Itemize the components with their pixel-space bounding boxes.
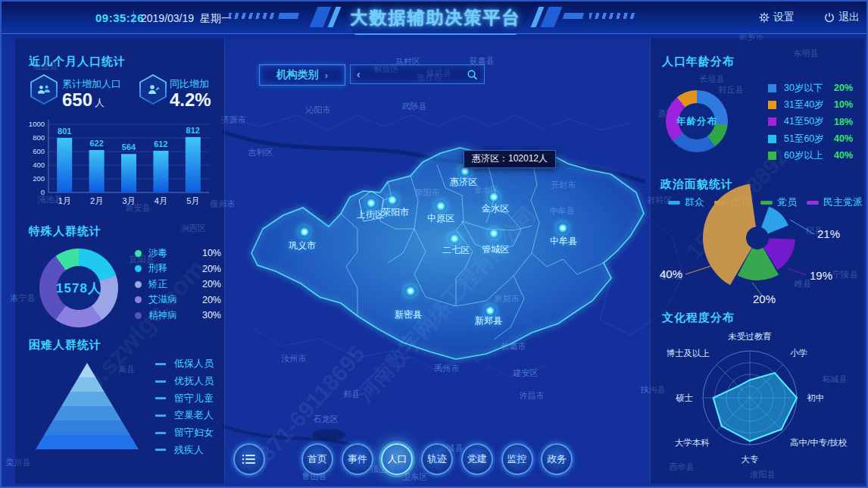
district-label[interactable]: 管城区 [482,243,509,256]
education-radar-chart[interactable]: 未受过教育小学初中高中/中专/技校大专大学本科硕士博士及以上 [665,327,847,486]
nav-item-首页[interactable]: 首页 [301,443,333,475]
district-label[interactable]: 上街区 [357,208,384,221]
legend-swatch [768,84,776,92]
legend-value: 20% [834,83,853,93]
bar-value-label: 801 [58,127,71,136]
special-donut-chart[interactable]: 1578人 [39,249,118,327]
nav-menu-button[interactable] [233,443,265,475]
legend-dash [155,363,166,365]
legend-item[interactable]: 41至50岁18% [768,114,860,130]
settings-button[interactable]: 设置 [759,11,795,24]
map-tooltip: 惠济区：102012人 [464,150,556,168]
nav-item-轨迹[interactable]: 轨迹 [421,443,453,475]
header-tickbar-right [563,13,584,19]
map-region-label: 长葛市 [501,341,526,352]
district-label[interactable]: 新密县 [395,308,422,321]
legend-item[interactable]: 矫正20% [135,277,221,292]
bar-1月[interactable] [57,138,72,192]
search-input[interactable] [365,68,462,81]
bar-3月[interactable] [121,154,136,192]
x-tick-label: 1月 [58,196,71,205]
legend-item[interactable]: 精神病30% [135,308,221,324]
district-label[interactable]: 中原区 [427,212,454,225]
radar-axis-label: 小学 [790,349,807,358]
district-dot[interactable] [366,198,377,209]
legend-item[interactable]: 艾滋病20% [135,292,221,308]
legend-item[interactable]: 31至40岁10% [768,96,860,113]
search-icon[interactable] [467,69,478,80]
radar-axis-label: 未受过教育 [728,332,772,341]
nav-item-党建[interactable]: 党建 [461,443,493,475]
map-region-label: 沁阳市 [306,105,331,116]
nav-item-事件[interactable]: 事件 [342,443,373,475]
legend-label: 艾滋病 [148,293,202,306]
legend-swatch [135,296,142,303]
panel-title-political-status: 政治面貌统计 [660,177,733,192]
exit-button[interactable]: 退出 [824,11,860,24]
category-dropdown[interactable]: 机构类别 › [259,64,345,86]
legend-item[interactable]: 60岁以上40% [768,147,860,164]
y-tick-label: 1000 [29,120,45,128]
rose-sector-群众[interactable] [761,207,788,234]
panel-title-age-distribution: 人口年龄分布 [662,55,735,69]
district-label[interactable]: 中牟县 [550,235,577,248]
legend-item[interactable]: 留守妇女 [155,424,214,442]
district-dot[interactable] [436,201,447,212]
district-dot[interactable] [557,223,569,234]
political-rose-chart[interactable]: 21%19%20%40% [657,192,863,308]
bar-5月[interactable] [186,137,201,192]
district-dot[interactable] [489,228,500,239]
legend-swatch [768,101,776,109]
legend-label: 精神病 [148,309,202,322]
district-dot[interactable] [489,192,500,203]
age-donut-chart[interactable]: 年龄分布 [666,90,728,152]
district-label[interactable]: 金水区 [482,202,509,215]
header-ticks-left [229,13,276,19]
nav-item-监控[interactable]: 监控 [501,443,533,475]
nav-item-政务[interactable]: 政务 [541,443,573,475]
exit-label: 退出 [838,11,860,24]
collapse-arrow-icon[interactable]: ‹ [357,68,361,80]
map-region-label: 禹州市 [435,363,460,374]
legend-value: 20% [202,295,221,305]
legend-item[interactable]: 刑释20% [135,261,221,277]
district-label[interactable]: 新郑县 [475,314,502,327]
district-label[interactable]: 惠济区 [450,176,477,189]
legend-label: 51至60岁 [784,133,834,145]
legend-item[interactable]: 优抚人员 [155,373,214,390]
district-label[interactable]: 巩义市 [289,239,316,252]
bar-2月[interactable] [89,150,105,192]
power-icon [824,12,835,23]
legend-item[interactable]: 低保人员 [155,355,214,373]
clock-date: 2019/03/19 [141,12,194,24]
legend-item[interactable]: 涉毒10% [135,246,221,261]
radar-axis-label: 初中 [807,393,824,402]
legend-label: 残疾人 [174,443,204,457]
panel-title-difficult-groups: 困难人群统计 [29,338,101,352]
y-tick-label: 600 [33,147,45,155]
legend-item[interactable]: 留守儿童 [155,389,214,407]
district-dot[interactable] [299,227,311,238]
district-dot[interactable] [405,286,417,297]
legend-item[interactable]: 残疾人 [155,441,214,458]
legend-label: 60岁以上 [784,149,834,162]
map-region-label: 荥阳市 [415,187,440,199]
stat-hex-inner [32,76,56,103]
district-label[interactable]: 二七区 [442,244,470,257]
legend-swatch [135,281,142,288]
rose-pct-label: 19% [810,269,832,282]
district-label[interactable]: 荥阳市 [382,206,409,219]
legend-item[interactable]: 空巢老人 [155,407,214,424]
monthly-bar-chart[interactable]: 020040060080010008011月6222月5643月6124月812… [23,112,221,212]
legend-label: 空巢老人 [174,408,214,422]
map-lake [312,429,345,441]
bar-value-label: 622 [89,139,103,148]
bar-4月[interactable] [153,151,168,192]
legend-item[interactable]: 51至60岁40% [768,130,860,147]
legend-item[interactable]: 30岁以下20% [768,80,860,96]
leader-line [685,266,711,274]
clock-weekday: 星期一 [200,12,232,26]
district-dot[interactable] [387,195,398,206]
radar-axis-label: 大专 [742,455,760,464]
district-dot[interactable] [449,233,461,245]
